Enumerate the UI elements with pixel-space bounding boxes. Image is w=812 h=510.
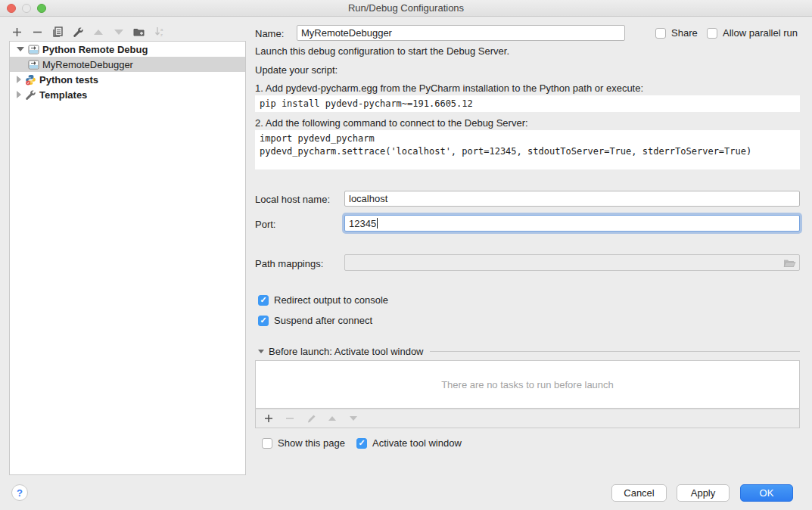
python-tests-icon <box>25 74 36 86</box>
code-line-1: import pydevd_pycharm <box>260 133 375 144</box>
add-task-icon[interactable] <box>263 412 275 424</box>
tree-item-myremotedebugger[interactable]: MyRemoteDebugger <box>10 57 245 72</box>
step2-text: 2. Add the following command to connect … <box>255 117 528 129</box>
checkbox-box[interactable] <box>262 438 272 449</box>
suspend-after-connect-label: Suspend after connect <box>274 315 372 326</box>
new-folder-icon[interactable] <box>133 26 145 38</box>
chevron-down-icon[interactable] <box>17 47 24 51</box>
chevron-right-icon[interactable] <box>17 91 21 98</box>
tree-item-python-remote-debug[interactable]: Python Remote Debug <box>10 42 245 57</box>
chevron-right-icon[interactable] <box>17 76 21 83</box>
activate-tool-window-label: Activate tool window <box>372 437 462 449</box>
tree-item-templates[interactable]: Templates <box>10 87 245 102</box>
code-line-2: pydevd_pycharm.settrace('localhost', por… <box>260 146 751 157</box>
before-launch-tasks-list[interactable]: There are no tasks to run before launch <box>255 360 800 409</box>
share-checkbox-label: Share <box>671 27 698 39</box>
port-label: Port: <box>255 219 275 230</box>
tree-item-label: MyRemoteDebugger <box>42 59 133 70</box>
templates-wrench-icon <box>25 89 36 101</box>
before-launch-header: Before launch: Activate tool window <box>258 346 800 357</box>
allow-parallel-run-label: Allow parallel run <box>723 27 798 39</box>
suspend-after-connect-checkbox[interactable]: Suspend after connect <box>258 315 372 326</box>
empty-tasks-text: There are no tasks to run before launch <box>441 379 614 390</box>
add-configuration-icon[interactable] <box>11 26 23 38</box>
collapse-section-icon[interactable] <box>258 350 264 353</box>
help-button-label: ? <box>17 487 23 499</box>
move-up-icon[interactable] <box>92 26 104 38</box>
edit-task-pencil-icon[interactable] <box>305 412 317 424</box>
tree-item-label: Python Remote Debug <box>42 44 148 55</box>
tree-item-label: Templates <box>39 89 87 101</box>
ok-button[interactable]: OK <box>740 484 793 502</box>
redirect-output-checkbox[interactable]: Redirect output to console <box>258 294 388 306</box>
show-this-page-label: Show this page <box>278 437 345 449</box>
redirect-output-label: Redirect output to console <box>274 294 388 306</box>
description-text: Launch this debug configuration to start… <box>255 45 509 57</box>
before-launch-toolbar <box>255 409 800 428</box>
move-down-icon[interactable] <box>113 26 125 38</box>
run-debug-configurations-dialog: Run/Debug Configurations az <box>0 0 812 510</box>
path-mappings-input[interactable] <box>344 254 800 271</box>
svg-text:z: z <box>160 33 163 37</box>
help-button[interactable]: ? <box>11 484 28 501</box>
cancel-button[interactable]: Cancel <box>611 484 667 502</box>
name-label: Name: <box>255 28 284 39</box>
tree-item-python-tests[interactable]: Python tests <box>10 72 245 87</box>
before-launch-title: Before launch: Activate tool window <box>269 346 424 357</box>
remove-configuration-icon[interactable] <box>31 26 43 38</box>
step1-text: 1. Add pydevd-pycharm.egg from the PyCha… <box>255 82 643 94</box>
text-caret <box>377 218 378 229</box>
configurations-toolbar: az <box>11 24 166 39</box>
port-value: 12345 <box>349 218 376 229</box>
activate-tool-window-checkbox[interactable]: Activate tool window <box>356 437 462 449</box>
port-input[interactable]: 12345 <box>344 215 800 232</box>
checkbox-box[interactable] <box>655 28 666 39</box>
title-bar: Run/Debug Configurations <box>0 0 812 17</box>
configurations-tree: Python Remote Debug MyRemoteDebugger Pyt… <box>9 41 246 475</box>
apply-button[interactable]: Apply <box>677 484 730 502</box>
show-this-page-checkbox[interactable]: Show this page <box>262 437 345 449</box>
copy-configuration-icon[interactable] <box>51 26 64 38</box>
move-task-down-icon[interactable] <box>347 412 359 424</box>
move-task-up-icon[interactable] <box>326 412 338 424</box>
browse-folder-icon[interactable] <box>783 258 796 268</box>
edit-defaults-wrench-icon[interactable] <box>72 26 84 38</box>
window-title: Run/Debug Configurations <box>0 2 812 14</box>
checkbox-box[interactable] <box>258 316 269 326</box>
remote-debug-config-icon <box>28 44 39 55</box>
settrace-code-block: import pydevd_pycharm pydevd_pycharm.set… <box>255 130 800 169</box>
checkbox-box[interactable] <box>356 438 367 449</box>
local-host-name-input[interactable] <box>344 191 800 207</box>
section-divider <box>430 351 800 352</box>
checkbox-box[interactable] <box>707 28 717 39</box>
sort-configurations-icon[interactable]: az <box>154 26 166 38</box>
allow-parallel-run-checkbox[interactable]: Allow parallel run <box>707 27 798 39</box>
tree-item-label: Python tests <box>39 74 98 86</box>
checkbox-box[interactable] <box>258 295 269 306</box>
remote-debug-config-icon <box>28 59 39 70</box>
pip-command-code: pip install pydevd-pycharm~=191.6605.12 <box>255 95 800 112</box>
update-script-text: Update your script: <box>255 64 338 76</box>
path-mappings-label: Path mappings: <box>255 258 323 269</box>
local-host-name-label: Local host name: <box>255 194 330 205</box>
svg-text:a: a <box>160 27 163 32</box>
remove-task-icon[interactable] <box>284 412 296 424</box>
name-input[interactable] <box>297 25 625 41</box>
share-checkbox[interactable]: Share <box>655 27 698 39</box>
